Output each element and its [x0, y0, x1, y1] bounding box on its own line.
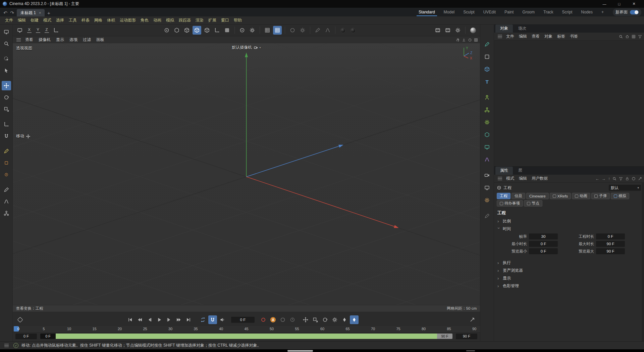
group-asset-browser[interactable]: ›资产浏览器	[494, 267, 644, 274]
lock-icon[interactable]	[625, 177, 629, 181]
group-scale[interactable]: ›比例	[494, 217, 644, 225]
workplane-mode-button[interactable]	[213, 26, 221, 35]
redo-button[interactable]: ↷	[9, 9, 15, 16]
group-display[interactable]: ›显示	[494, 274, 644, 282]
parent-object-icon[interactable]: ↑	[608, 176, 610, 181]
menu-mode[interactable]: 模式	[41, 17, 54, 23]
loop-playback-button[interactable]	[199, 315, 207, 324]
workspace-tab-track[interactable]: Track	[539, 8, 558, 16]
viewport-menu-icon[interactable]	[16, 38, 21, 41]
menu-file[interactable]: 文件	[3, 17, 15, 23]
pivot-button[interactable]	[172, 26, 181, 35]
attribute-scrollbar[interactable]	[642, 183, 644, 341]
document-tab[interactable]: 未标题 1 ×	[17, 9, 45, 16]
knife-tool-button[interactable]	[2, 197, 11, 206]
menu-simulate[interactable]: 模拟	[164, 17, 176, 23]
vp-menu-filter[interactable]: 过滤	[80, 37, 94, 43]
render-view-button[interactable]	[433, 26, 442, 35]
preset-dropdown[interactable]: 默认 ▾	[609, 185, 641, 191]
axis-tool-button[interactable]	[2, 120, 11, 129]
transport-start-button[interactable]	[126, 315, 135, 324]
vp-menu-panel[interactable]: 面板	[94, 37, 107, 43]
timeline-options-button[interactable]	[468, 315, 477, 324]
enable-quantize-button[interactable]	[248, 26, 257, 35]
palette-volume-button[interactable]	[482, 130, 492, 140]
axis-z-lock-button[interactable]: Z	[43, 26, 50, 34]
coordinate-system-button[interactable]	[52, 26, 60, 35]
preview-range-bar[interactable]	[56, 334, 437, 339]
palette-display-button[interactable]	[482, 142, 492, 152]
transport-next-frame-button[interactable]	[165, 315, 173, 324]
keyframe-selection-button[interactable]	[278, 315, 287, 324]
plain-mode-button[interactable]	[223, 26, 231, 35]
am-search-icon[interactable]	[612, 177, 616, 181]
record-position-button[interactable]	[301, 315, 310, 324]
object-manager-menu-icon[interactable]	[498, 35, 502, 38]
tab-layers[interactable]: 层	[514, 167, 527, 175]
transport-next-key-button[interactable]	[174, 315, 183, 324]
menu-select[interactable]: 选择	[54, 17, 66, 23]
vp-menu-display[interactable]: 显示	[53, 37, 67, 43]
snap-tool-button[interactable]	[2, 131, 11, 141]
workspace-tab-script[interactable]: Script	[558, 8, 577, 16]
min-time-field[interactable]: 0 F	[529, 241, 558, 247]
locked-tool-button[interactable]	[288, 26, 297, 35]
range-start-field[interactable]: 0 F	[15, 334, 37, 339]
filter-icon[interactable]	[638, 35, 642, 39]
material-orb-icon[interactable]	[338, 26, 347, 35]
preview-range-end-handle[interactable]: 90 F	[437, 334, 452, 339]
modeling-settings-button[interactable]	[323, 26, 332, 35]
maximize-button[interactable]: □	[612, 0, 627, 8]
menu-mesh[interactable]: 网格	[92, 17, 105, 23]
record-pla-button[interactable]	[340, 315, 349, 324]
interactive-render-button[interactable]	[469, 26, 477, 35]
record-rotation-button[interactable]	[321, 315, 329, 324]
record-scale-button[interactable]	[311, 315, 320, 324]
new-window-icon[interactable]	[638, 177, 642, 181]
home-icon[interactable]	[625, 35, 629, 39]
transport-end-button[interactable]	[184, 315, 193, 324]
palette-plane-button[interactable]	[482, 52, 492, 62]
move-tool-button[interactable]	[2, 81, 11, 90]
am-menu-userdata[interactable]: 用户数据	[529, 176, 550, 181]
texture-mode-button[interactable]	[203, 26, 211, 35]
layout-icon[interactable]	[474, 38, 478, 42]
add-workspace-button[interactable]: +	[597, 8, 608, 16]
vp-menu-options[interactable]: 选项	[67, 37, 80, 43]
am-menu-edit[interactable]: 编辑	[517, 176, 529, 181]
camera-dropdown-icon[interactable]: ▾	[259, 46, 261, 49]
clipboard-icon[interactable]	[15, 26, 24, 35]
cat-tab-xrefs[interactable]: XRefs	[550, 193, 571, 199]
brush-tool-button[interactable]	[2, 185, 11, 194]
transport-prev-key-button[interactable]	[136, 315, 144, 324]
cat-tab-project[interactable]: 工程	[497, 193, 511, 199]
menu-help[interactable]: 帮助	[231, 17, 244, 23]
palette-pen-button[interactable]	[482, 39, 492, 49]
frame-tool-button[interactable]	[2, 27, 11, 37]
record-keyframe-button[interactable]	[259, 315, 268, 324]
om-menu-edit[interactable]: 编辑	[517, 34, 529, 39]
am-filter-icon[interactable]	[619, 177, 623, 181]
history-icon[interactable]	[468, 38, 472, 42]
render-picture-viewer-button[interactable]	[443, 26, 452, 35]
spline-pen-button[interactable]	[2, 146, 11, 156]
workspace-tab-paint[interactable]: Paint	[500, 8, 518, 16]
group-time[interactable]: ›时间	[494, 225, 644, 233]
menu-extensions[interactable]: 扩展	[206, 17, 219, 23]
sync-icon[interactable]	[632, 177, 636, 181]
object-tree[interactable]	[494, 41, 644, 166]
menu-mograph[interactable]: 运动图形	[117, 17, 138, 23]
live-selection-button[interactable]	[2, 54, 11, 63]
menu-animate[interactable]: 动画	[151, 17, 164, 23]
axis-y-lock-button[interactable]: Y	[34, 26, 42, 34]
edge-mode-button[interactable]	[2, 158, 11, 168]
modeling-tool-button[interactable]	[313, 26, 322, 35]
palette-text-button[interactable]: T	[482, 77, 492, 87]
axis-x-lock-button[interactable]: X	[25, 26, 33, 34]
transport-play-button[interactable]	[155, 315, 164, 324]
palette-mograph-button[interactable]	[482, 105, 492, 115]
tab-attributes[interactable]: 属性	[495, 167, 513, 175]
workspace-tab-model[interactable]: Model	[439, 8, 459, 16]
history-back-icon[interactable]: ←	[595, 176, 599, 181]
vp-menu-view[interactable]: 查看	[22, 37, 36, 43]
